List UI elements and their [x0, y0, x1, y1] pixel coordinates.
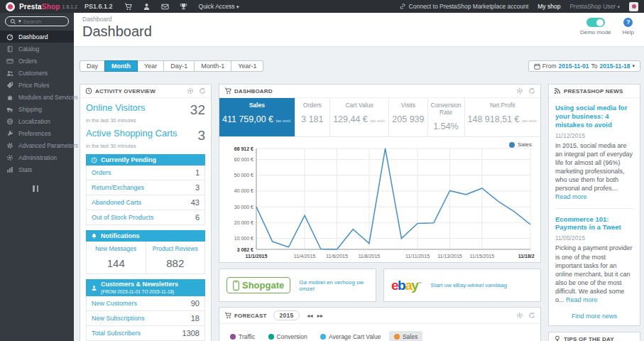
- forward-icon[interactable]: ▸▸: [317, 313, 323, 319]
- marketplace-connect-link[interactable]: Connect to PrestaShop Marketplace accoun…: [399, 3, 529, 10]
- quick-access-menu[interactable]: Quick Access ▾: [199, 3, 239, 10]
- abandoned-carts-link[interactable]: Abandoned Carts: [92, 199, 141, 206]
- sidebar-item-customers[interactable]: Customers: [0, 67, 74, 79]
- sidebar-item-administration[interactable]: Administration: [0, 151, 74, 163]
- gear-icon[interactable]: [516, 312, 523, 319]
- sidebar-search[interactable]: ▾: [5, 16, 69, 26]
- filter-month-1-button[interactable]: Month-1: [194, 60, 231, 72]
- kpi-orders[interactable]: Orders3 181: [295, 98, 331, 136]
- activity-overview-panel: Activity overview Online Visitors 32 in …: [80, 84, 212, 341]
- legend-dot-icon: [394, 334, 400, 340]
- rss-icon: [554, 87, 561, 94]
- kpi-visits[interactable]: Visits205 939: [389, 98, 427, 136]
- panel-title: PrestaShop News: [564, 88, 623, 94]
- filter-month-button[interactable]: Month: [104, 60, 138, 72]
- refresh-icon[interactable]: [199, 87, 206, 94]
- phone-icon: [233, 281, 239, 291]
- envelope-icon[interactable]: [161, 3, 169, 11]
- svg-text:66 912 €: 66 912 €: [234, 146, 253, 151]
- filter-year-button[interactable]: Year: [137, 60, 164, 72]
- my-shop-link[interactable]: My shop: [537, 3, 560, 10]
- sidebar-collapse-button[interactable]: [33, 185, 41, 192]
- find-more-news-link[interactable]: Find more news: [555, 313, 633, 320]
- filter-day-1-button[interactable]: Day-1: [163, 60, 195, 72]
- sidebar-item-preferences[interactable]: Preferences: [0, 127, 74, 139]
- customer-icon[interactable]: [143, 3, 151, 11]
- refresh-icon[interactable]: [528, 312, 535, 319]
- page-header: Dashboard Dashboard Demo mode ? Help: [74, 13, 644, 47]
- product-reviews-link[interactable]: Product Reviews: [148, 245, 204, 252]
- gear-icon[interactable]: [516, 87, 523, 94]
- kpi-net-profit[interactable]: Net Profit148 918,51 € tax excl.: [465, 98, 541, 136]
- help-label: Help: [623, 29, 634, 36]
- cart-icon[interactable]: [124, 3, 132, 11]
- gears-icon: [6, 142, 13, 149]
- out-of-stock-link[interactable]: Out of Stock Products: [92, 214, 154, 221]
- sidebar-item-catalog[interactable]: Catalog: [0, 43, 74, 55]
- legend-dot-icon: [268, 334, 274, 340]
- ebay-logo: ebay™: [391, 278, 422, 292]
- demo-mode-toggle[interactable]: [586, 18, 605, 27]
- orders-link[interactable]: Orders: [92, 169, 111, 176]
- chart-legend[interactable]: Sales: [509, 141, 532, 148]
- search-icon: [10, 18, 16, 25]
- customers-row: New Customers90: [86, 296, 205, 311]
- gear-icon[interactable]: [187, 87, 194, 94]
- chevron-down-icon[interactable]: ▾: [18, 18, 21, 24]
- sidebar-item-stats[interactable]: Stats: [0, 163, 74, 175]
- pending-row: Return/Exchanges3: [86, 180, 205, 195]
- dashboard-panel: Dashboard Sales411 759,00 € tax excl. Or…: [219, 84, 541, 263]
- brand[interactable]: PrestaShop: [19, 3, 60, 11]
- filter-day-button[interactable]: Day: [80, 60, 105, 72]
- new-customers-link[interactable]: New Customers: [92, 300, 137, 307]
- forecast-legend-traffic[interactable]: Traffic: [225, 331, 260, 341]
- total-subscribers-link[interactable]: Total Subscribers: [92, 330, 141, 337]
- online-visitors-link[interactable]: Online Visitors: [86, 103, 146, 113]
- ebay-link[interactable]: Start uw eBay-winkel vandaag: [430, 282, 507, 288]
- shopgate-link[interactable]: Ga mobiel en verhoog uw omzet: [299, 279, 369, 292]
- people-icon: [6, 70, 13, 77]
- active-carts-link[interactable]: Active Shopping Carts: [86, 129, 178, 139]
- forecast-year[interactable]: 2015: [273, 310, 300, 320]
- user-menu[interactable]: PrestaShop User ▾: [569, 3, 620, 10]
- sidebar-item-price-rules[interactable]: Price Rules: [0, 79, 74, 91]
- legend-dot-icon: [509, 142, 515, 148]
- bar-chart-icon: [6, 166, 13, 173]
- credit-card-icon: [6, 58, 13, 65]
- sidebar-item-advanced-parameters[interactable]: Advanced Parameters: [0, 139, 74, 151]
- svg-text:11/8/2015: 11/8/2015: [359, 254, 381, 259]
- svg-text:11/13/2015: 11/13/2015: [437, 254, 462, 259]
- sidebar-item-modules[interactable]: Modules and Services: [0, 91, 74, 103]
- prestashop-logo-icon[interactable]: [6, 2, 15, 11]
- clock-icon: [85, 87, 92, 94]
- kpi-sales[interactable]: Sales411 759,00 € tax excl.: [219, 98, 295, 136]
- new-subscriptions-link[interactable]: New Subscriptions: [92, 315, 145, 322]
- avatar[interactable]: [629, 2, 638, 11]
- person-icon: [91, 285, 97, 291]
- forecast-legend-average-cart-value[interactable]: Average Cart Value: [315, 331, 386, 341]
- cart-icon: [224, 312, 231, 319]
- read-more-link[interactable]: Read more: [566, 296, 598, 303]
- sidebar-item-localization[interactable]: Localization: [0, 115, 74, 127]
- forecast-legend-conversion[interactable]: Conversion: [263, 331, 312, 341]
- refresh-icon[interactable]: [528, 87, 535, 94]
- date-range-picker[interactable]: From2015-11-01 To2015-11-18 ▾: [528, 60, 640, 72]
- search-input[interactable]: [23, 18, 64, 25]
- trophy-icon[interactable]: [180, 3, 187, 11]
- new-messages-link[interactable]: New Messages: [88, 245, 144, 252]
- panel-title: Activity overview: [95, 88, 155, 94]
- forecast-legend-sales[interactable]: Sales: [389, 331, 422, 341]
- sidebar-item-shipping[interactable]: Shipping: [0, 103, 74, 115]
- news-article-title[interactable]: Using social media for your business: 4 …: [555, 104, 633, 129]
- returns-link[interactable]: Return/Exchanges: [92, 184, 144, 191]
- filter-year-1-button[interactable]: Year-1: [231, 60, 263, 72]
- rewind-icon[interactable]: ◂◂: [307, 313, 312, 319]
- sidebar-item-dashboard[interactable]: Dashboard: [0, 31, 74, 43]
- kpi-cart-value[interactable]: Cart Value129,44 € tax excl.: [330, 98, 389, 136]
- help-icon[interactable]: ?: [623, 18, 633, 27]
- kpi-conversion-rate[interactable]: Conversion Rate1.54%: [428, 98, 465, 136]
- news-article-title[interactable]: Ecommerce 101: Payments in a Tweet: [555, 215, 633, 232]
- breadcrumb[interactable]: Dashboard: [82, 16, 635, 23]
- read-more-link[interactable]: Read more: [555, 193, 587, 200]
- sidebar-item-orders[interactable]: Orders: [0, 55, 74, 67]
